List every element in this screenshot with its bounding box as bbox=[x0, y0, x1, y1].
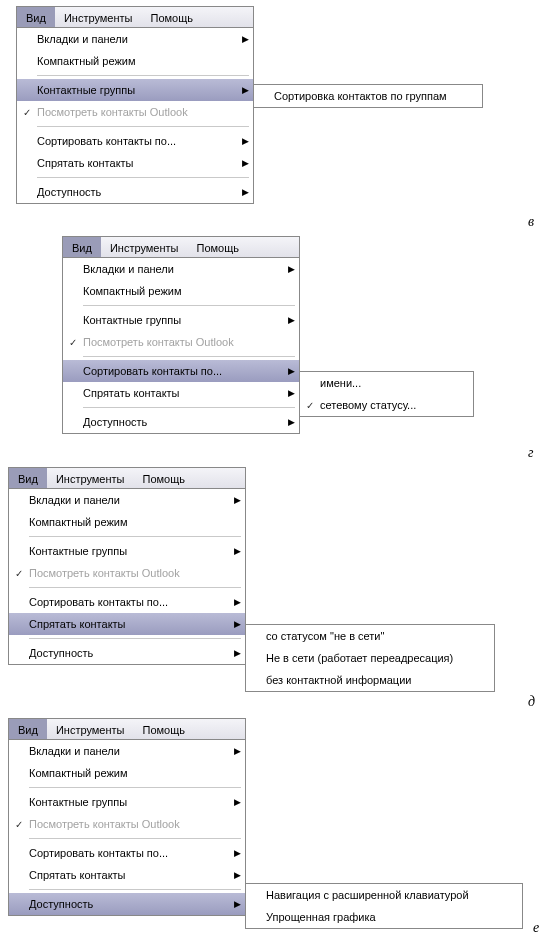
menu-item-tabs-panels[interactable]: Вкладки и панели▶ bbox=[9, 489, 245, 511]
menu-separator bbox=[83, 407, 295, 408]
chevron-right-icon: ▶ bbox=[237, 187, 253, 197]
menu-item-accessibility[interactable]: Доступность▶ bbox=[17, 181, 253, 203]
menu-item-sort-contacts[interactable]: Сортировать контакты по...▶ bbox=[17, 130, 253, 152]
menu-item-sort-contacts[interactable]: Сортировать контакты по...▶ bbox=[9, 591, 245, 613]
menu-item-sort-contacts[interactable]: Сортировать контакты по...▶ bbox=[63, 360, 299, 382]
submenu-item-ext-keyboard-nav[interactable]: Навигация с расширенной клавиатурой bbox=[246, 884, 522, 906]
chevron-right-icon: ▶ bbox=[237, 158, 253, 168]
chevron-right-icon: ▶ bbox=[283, 315, 299, 325]
menu-item-view-outlook-contacts[interactable]: ✓Посмотреть контакты Outlook bbox=[9, 813, 245, 835]
view-menu: Вкладки и панели▶ Компактный режим Конта… bbox=[16, 27, 254, 204]
menu-item-tabs-panels[interactable]: Вкладки и панели▶ bbox=[63, 258, 299, 280]
menu-view[interactable]: Вид bbox=[9, 468, 47, 488]
chevron-right-icon: ▶ bbox=[229, 546, 245, 556]
menu-item-hide-contacts[interactable]: Спрятать контакты▶ bbox=[63, 382, 299, 404]
chevron-right-icon: ▶ bbox=[229, 797, 245, 807]
menu-help[interactable]: Помощь bbox=[188, 237, 249, 257]
menubar: Вид Инструменты Помощь bbox=[16, 6, 254, 28]
menu-item-accessibility[interactable]: Доступность▶ bbox=[9, 642, 245, 664]
chevron-right-icon: ▶ bbox=[229, 848, 245, 858]
chevron-right-icon: ▶ bbox=[237, 85, 253, 95]
menu-item-contact-groups[interactable]: Контактные группы▶ bbox=[17, 79, 253, 101]
submenu-item-offline-status[interactable]: со статусом "не в сети" bbox=[246, 625, 494, 647]
view-menu: Вкладки и панели▶ Компактный режим Конта… bbox=[62, 257, 300, 434]
menu-item-view-outlook-contacts[interactable]: ✓Посмотреть контакты Outlook bbox=[9, 562, 245, 584]
view-menu: Вкладки и панели▶ Компактный режим Конта… bbox=[8, 488, 246, 665]
menubar: Вид Инструменты Помощь bbox=[8, 467, 246, 489]
menu-separator bbox=[83, 356, 295, 357]
menu-separator bbox=[37, 126, 249, 127]
menu-separator bbox=[29, 536, 241, 537]
menu-tools[interactable]: Инструменты bbox=[47, 719, 134, 739]
chevron-right-icon: ▶ bbox=[229, 495, 245, 505]
submenu-accessibility: Навигация с расширенной клавиатурой Упро… bbox=[245, 883, 523, 929]
chevron-right-icon: ▶ bbox=[229, 597, 245, 607]
menubar: Вид Инструменты Помощь bbox=[62, 236, 300, 258]
menu-item-compact-mode[interactable]: Компактный режим bbox=[9, 511, 245, 533]
submenu-contact-groups: Сортировка контактов по группам bbox=[253, 84, 483, 108]
variant-letter: д bbox=[528, 694, 535, 710]
menu-help[interactable]: Помощь bbox=[134, 719, 195, 739]
check-icon: ✓ bbox=[9, 568, 29, 579]
menu-item-hide-contacts[interactable]: Спрятать контакты▶ bbox=[9, 864, 245, 886]
menu-item-compact-mode[interactable]: Компактный режим bbox=[63, 280, 299, 302]
menu-view[interactable]: Вид bbox=[9, 719, 47, 739]
menu-tools[interactable]: Инструменты bbox=[55, 7, 142, 27]
menubar: Вид Инструменты Помощь bbox=[8, 718, 246, 740]
menu-view[interactable]: Вид bbox=[63, 237, 101, 257]
menu-item-contact-groups[interactable]: Контактные группы▶ bbox=[9, 540, 245, 562]
menu-separator bbox=[29, 638, 241, 639]
menu-item-tabs-panels[interactable]: Вкладки и панели▶ bbox=[17, 28, 253, 50]
menu-item-contact-groups[interactable]: Контактные группы▶ bbox=[9, 791, 245, 813]
menu-item-hide-contacts[interactable]: Спрятать контакты▶ bbox=[9, 613, 245, 635]
submenu-item-by-status[interactable]: ✓сетевому статусу... bbox=[300, 394, 473, 416]
menu-item-sort-contacts[interactable]: Сортировать контакты по...▶ bbox=[9, 842, 245, 864]
menu-item-tabs-panels[interactable]: Вкладки и панели▶ bbox=[9, 740, 245, 762]
submenu-item-simple-graphics[interactable]: Упрощенная графика bbox=[246, 906, 522, 928]
submenu-item-sort-by-groups[interactable]: Сортировка контактов по группам bbox=[254, 85, 482, 107]
submenu-item-no-contact-info[interactable]: без контактной информации bbox=[246, 669, 494, 691]
check-icon: ✓ bbox=[63, 337, 83, 348]
submenu-hide-contacts: со статусом "не в сети" Не в сети (работ… bbox=[245, 624, 495, 692]
view-menu: Вкладки и панели▶ Компактный режим Конта… bbox=[8, 739, 246, 916]
check-icon: ✓ bbox=[9, 819, 29, 830]
menu-item-contact-groups[interactable]: Контактные группы▶ bbox=[63, 309, 299, 331]
variant-letter: г bbox=[528, 445, 533, 461]
menu-help[interactable]: Помощь bbox=[134, 468, 195, 488]
menu-separator bbox=[29, 787, 241, 788]
chevron-right-icon: ▶ bbox=[283, 417, 299, 427]
menu-item-accessibility[interactable]: Доступность▶ bbox=[63, 411, 299, 433]
menu-item-compact-mode[interactable]: Компактный режим bbox=[17, 50, 253, 72]
submenu-sort-contacts: имени... ✓сетевому статусу... bbox=[299, 371, 474, 417]
menu-view[interactable]: Вид bbox=[17, 7, 55, 27]
menu-separator bbox=[37, 75, 249, 76]
variant-letter: е bbox=[533, 920, 539, 932]
chevron-right-icon: ▶ bbox=[229, 870, 245, 880]
menu-separator bbox=[29, 889, 241, 890]
chevron-right-icon: ▶ bbox=[283, 366, 299, 376]
chevron-right-icon: ▶ bbox=[237, 34, 253, 44]
chevron-right-icon: ▶ bbox=[229, 619, 245, 629]
menu-separator bbox=[29, 838, 241, 839]
menu-item-hide-contacts[interactable]: Спрятать контакты▶ bbox=[17, 152, 253, 174]
chevron-right-icon: ▶ bbox=[229, 648, 245, 658]
submenu-item-by-name[interactable]: имени... bbox=[300, 372, 473, 394]
menu-item-view-outlook-contacts[interactable]: ✓Посмотреть контакты Outlook bbox=[63, 331, 299, 353]
menu-help[interactable]: Помощь bbox=[142, 7, 203, 27]
menu-separator bbox=[37, 177, 249, 178]
menu-separator bbox=[29, 587, 241, 588]
menu-item-accessibility[interactable]: Доступность▶ bbox=[9, 893, 245, 915]
menu-tools[interactable]: Инструменты bbox=[101, 237, 188, 257]
menu-item-view-outlook-contacts[interactable]: ✓Посмотреть контакты Outlook bbox=[17, 101, 253, 123]
menu-tools[interactable]: Инструменты bbox=[47, 468, 134, 488]
chevron-right-icon: ▶ bbox=[229, 899, 245, 909]
variant-letter: в bbox=[528, 214, 534, 230]
chevron-right-icon: ▶ bbox=[283, 264, 299, 274]
check-icon: ✓ bbox=[300, 400, 320, 411]
chevron-right-icon: ▶ bbox=[229, 746, 245, 756]
submenu-item-offline-forwarding[interactable]: Не в сети (работает переадресация) bbox=[246, 647, 494, 669]
chevron-right-icon: ▶ bbox=[237, 136, 253, 146]
check-icon: ✓ bbox=[17, 107, 37, 118]
menu-item-compact-mode[interactable]: Компактный режим bbox=[9, 762, 245, 784]
menu-separator bbox=[83, 305, 295, 306]
